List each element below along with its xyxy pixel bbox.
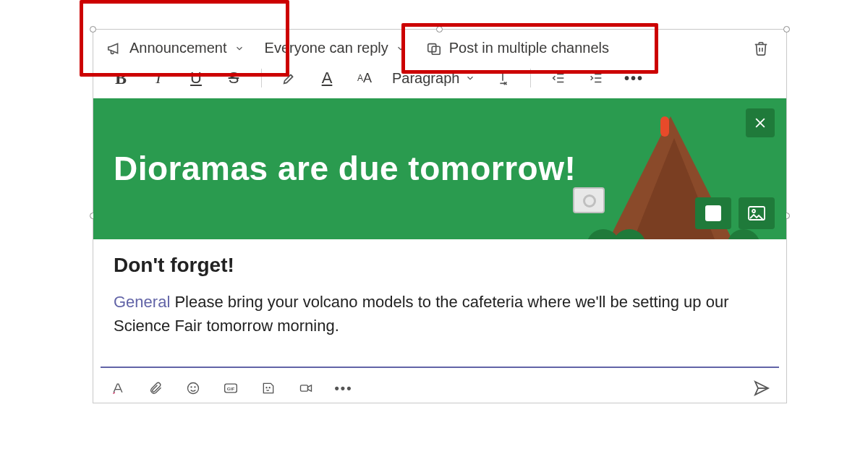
chevron-down-icon — [465, 73, 475, 83]
format-toggle-button[interactable] — [108, 378, 128, 398]
italic-button[interactable]: I — [148, 68, 169, 88]
svg-point-17 — [191, 387, 192, 387]
chevron-down-icon — [396, 43, 406, 53]
font-size-button[interactable]: AA — [354, 68, 375, 88]
svg-point-14 — [752, 210, 755, 213]
compose-actions: GIF ••• — [93, 368, 786, 403]
clear-format-icon — [495, 70, 511, 86]
font-color-button[interactable]: A — [317, 68, 337, 88]
format-icon — [111, 381, 125, 395]
svg-point-22 — [269, 387, 270, 388]
post-multiple-channels-label: Post in multiple channels — [449, 40, 609, 56]
indent-button[interactable] — [586, 68, 606, 88]
announcement-banner[interactable]: Dioramas are due tomorrow! — [93, 98, 786, 239]
post-multiple-channels-button[interactable]: Post in multiple channels — [426, 40, 609, 56]
post-type-label: Announcement — [129, 40, 227, 56]
banner-image-controls — [695, 197, 775, 229]
remove-banner-button[interactable] — [746, 108, 775, 137]
post-type-dropdown[interactable]: Announcement — [106, 40, 244, 56]
paragraph-style-dropdown[interactable]: Paragraph — [392, 70, 475, 87]
change-image-button[interactable] — [739, 197, 775, 229]
color-scheme-button[interactable] — [695, 197, 731, 229]
attach-button[interactable] — [145, 378, 166, 398]
compose-canvas: Announcement Everyone can reply Post in … — [93, 29, 787, 403]
trash-icon — [753, 40, 769, 56]
gif-button[interactable]: GIF — [221, 378, 241, 398]
send-icon — [752, 380, 771, 397]
channel-mention[interactable]: General — [114, 293, 170, 311]
post-options-row: Announcement Everyone can reply Post in … — [93, 30, 786, 64]
emoji-button[interactable] — [183, 378, 203, 398]
paperclip-icon — [148, 381, 163, 395]
video-icon — [299, 381, 313, 395]
more-format-button[interactable]: ••• — [624, 68, 644, 88]
separator — [261, 69, 262, 87]
svg-rect-23 — [301, 385, 308, 391]
selection-handle[interactable] — [783, 26, 790, 33]
body-text-input[interactable]: General Please bring your volcano models… — [114, 290, 766, 338]
more-actions-button[interactable]: ••• — [333, 378, 354, 398]
svg-marker-24 — [308, 385, 312, 391]
highlighter-icon — [281, 70, 297, 86]
format-toolbar: B I U S A AA Paragraph ••• — [93, 64, 786, 98]
color-swatch-icon — [705, 205, 721, 221]
reply-permission-label: Everyone can reply — [265, 40, 388, 56]
emoji-icon — [186, 381, 200, 395]
gif-icon: GIF — [224, 381, 238, 395]
svg-point-21 — [266, 387, 267, 388]
sticker-icon — [261, 381, 276, 395]
selection-handle[interactable] — [90, 26, 96, 33]
meet-now-button[interactable] — [296, 378, 316, 398]
outdent-icon — [550, 70, 566, 86]
separator — [530, 69, 531, 87]
image-icon — [748, 206, 765, 220]
send-button[interactable] — [752, 378, 772, 398]
svg-text:GIF: GIF — [227, 386, 235, 391]
indent-icon — [588, 70, 604, 86]
svg-point-16 — [188, 383, 199, 394]
clear-format-button[interactable] — [493, 68, 513, 88]
chevron-down-icon — [234, 43, 244, 53]
strike-button[interactable]: S — [224, 68, 244, 88]
svg-point-18 — [195, 387, 195, 387]
discard-button[interactable] — [753, 40, 769, 56]
bold-button[interactable]: B — [111, 68, 131, 88]
close-icon — [753, 116, 767, 130]
megaphone-icon — [106, 40, 122, 56]
subhead-input[interactable]: Don't forget! — [114, 254, 766, 277]
outdent-button[interactable] — [548, 68, 569, 88]
highlight-button[interactable] — [279, 68, 299, 88]
banner-title[interactable]: Dioramas are due tomorrow! — [114, 151, 576, 186]
multi-channel-icon — [426, 40, 442, 56]
selection-handle[interactable] — [436, 26, 443, 33]
underline-button[interactable]: U — [186, 68, 206, 88]
reply-permission-dropdown[interactable]: Everyone can reply — [265, 40, 406, 56]
paragraph-style-label: Paragraph — [392, 70, 459, 87]
body-text: Please bring your volcano models to the … — [114, 293, 729, 335]
sticker-button[interactable] — [258, 378, 278, 398]
message-body[interactable]: Don't forget! General Please bring your … — [93, 239, 786, 367]
